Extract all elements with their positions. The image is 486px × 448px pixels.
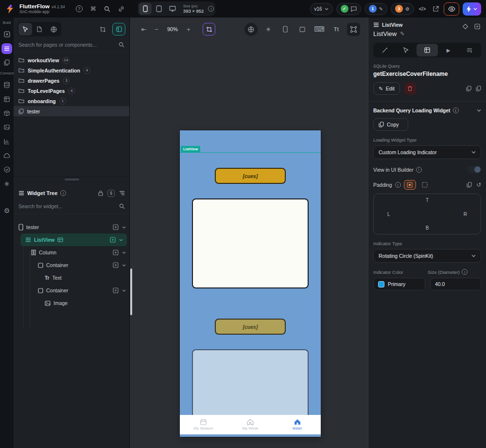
transform-tool-icon[interactable]	[347, 23, 360, 36]
indicator-color-picker[interactable]: Primary	[373, 278, 425, 290]
tree-node-listview[interactable]: ListView	[20, 233, 127, 246]
cues-button-gold[interactable]: [cues]	[215, 168, 286, 184]
tree-node-tester[interactable]: tester	[14, 221, 130, 233]
zoom-in-button[interactable]: +	[182, 23, 195, 36]
chevron-down-icon[interactable]	[122, 289, 126, 292]
tab-actions[interactable]	[374, 44, 396, 56]
add-widget-icon[interactable]	[113, 287, 119, 293]
design-canvas[interactable]: ⇤ − 90% + ☀ ⌨ Tt ListView [cues] [cues]	[130, 18, 368, 448]
padding-right-field[interactable]: R	[464, 212, 467, 217]
cues-button-olive[interactable]: [cues]	[215, 319, 286, 335]
share-link-icon[interactable]	[117, 3, 126, 14]
folder-row[interactable]: SimpleAuthentication 4	[14, 65, 129, 75]
pages-search-input[interactable]	[18, 42, 119, 48]
indicator-type-dropdown[interactable]: Rotating Circle (SpinKit)	[373, 249, 481, 263]
fit-frame-button[interactable]	[203, 23, 215, 36]
run-app-button[interactable]	[463, 2, 481, 16]
reset-padding-icon[interactable]: ↺	[476, 181, 481, 188]
open-external-icon[interactable]	[431, 3, 440, 14]
add-widget-icon[interactable]	[113, 262, 119, 268]
chevron-down-icon[interactable]	[119, 239, 123, 241]
zoom-level[interactable]: 90%	[165, 26, 180, 32]
tests-check-icon[interactable]	[0, 162, 13, 177]
rename-widget-icon[interactable]: ✎	[400, 31, 404, 37]
lock-icon[interactable]	[98, 190, 103, 196]
padding-individual-button[interactable]	[419, 180, 431, 190]
light-mode-icon[interactable]: ☀	[262, 23, 275, 36]
locale-globe-icon[interactable]	[244, 23, 258, 36]
issues-pill[interactable]: 3 ⚙	[391, 3, 414, 15]
select-mode-button[interactable]	[18, 23, 32, 36]
device-tablet-button[interactable]	[153, 3, 165, 15]
drag-handle[interactable]	[65, 179, 79, 180]
widget-tree-view-button[interactable]	[112, 23, 125, 36]
database-icon[interactable]	[0, 78, 13, 92]
copy-query-icon[interactable]	[466, 86, 471, 91]
copy-padding-icon[interactable]	[467, 182, 472, 188]
padding-bottom-field[interactable]: B	[426, 225, 429, 231]
settings-icon[interactable]: ⚙	[0, 203, 13, 217]
zoom-out-button[interactable]: −	[150, 23, 163, 36]
padding-left-field[interactable]: L	[387, 212, 390, 217]
chevron-down-icon[interactable]	[122, 264, 126, 267]
activity-pill[interactable]: 1 ✎	[364, 3, 387, 15]
storage-icon[interactable]	[0, 106, 13, 120]
search-icon[interactable]	[103, 3, 112, 14]
section-info-icon[interactable]: i	[453, 108, 459, 113]
version-selector[interactable]: v16	[310, 3, 333, 15]
padding-all-sides-button[interactable]	[404, 180, 416, 190]
tab-animations[interactable]: ▶	[438, 44, 459, 56]
add-widget-icon[interactable]	[0, 27, 13, 41]
size-info-icon[interactable]: i	[462, 269, 468, 275]
view-in-ui-builder-toggle[interactable]	[468, 166, 481, 173]
tree-node-container-2[interactable]: Container	[14, 284, 130, 297]
tree-node-text[interactable]: Tr Text	[14, 271, 130, 284]
keyboard-icon[interactable]: ⌨	[313, 23, 326, 36]
tab-backend-query[interactable]	[459, 44, 480, 56]
padding-info-icon[interactable]: i	[395, 182, 401, 188]
add-widget-icon[interactable]	[113, 224, 119, 230]
checks-status-pill[interactable]: ✓	[336, 3, 361, 15]
folder-row[interactable]: workoutView 14	[14, 55, 129, 65]
widgets-mode-button[interactable]	[47, 23, 60, 36]
pages-mode-button[interactable]	[33, 23, 46, 36]
size-diameter-input[interactable]	[430, 278, 481, 290]
page-selector-icon[interactable]	[1, 43, 12, 54]
canvas-scrollbar[interactable]	[130, 269, 132, 315]
split-view-button[interactable]	[96, 23, 109, 36]
padding-top-field[interactable]: T	[426, 197, 429, 203]
help-icon[interactable]: ?	[74, 3, 84, 14]
folder-row[interactable]: drawerPages 3	[14, 75, 129, 86]
nav-item-tester[interactable]: tester	[274, 415, 321, 434]
delete-query-button[interactable]	[404, 82, 417, 95]
device-desktop-button[interactable]	[166, 3, 179, 15]
view-code-icon[interactable]: </>	[417, 3, 427, 14]
components-icon[interactable]	[0, 55, 13, 70]
command-palette-icon[interactable]: ⌘	[88, 3, 98, 14]
nav-item-my-week[interactable]: My Week	[227, 415, 274, 434]
tree-node-image[interactable]: Image	[14, 297, 130, 309]
widget-palette-icon[interactable]	[462, 23, 469, 30]
add-widget-icon[interactable]	[110, 237, 116, 243]
filter-icon[interactable]	[119, 191, 125, 196]
tab-interactions[interactable]	[396, 44, 417, 56]
paywall-icon[interactable]: $	[107, 190, 115, 197]
exercise-image-card[interactable]	[192, 198, 309, 288]
chevron-down-icon[interactable]	[122, 226, 126, 229]
analytics-icon[interactable]	[0, 134, 13, 148]
nav-item-my-season[interactable]: My Season	[180, 415, 227, 434]
collapse-panel-icon[interactable]: ⇤	[138, 23, 150, 36]
cloud-functions-icon[interactable]	[0, 148, 13, 162]
chevron-down-icon[interactable]	[122, 251, 126, 254]
add-widget-icon[interactable]	[113, 250, 119, 255]
loading-widget-type-dropdown[interactable]: Custom Loading Indicator	[373, 145, 481, 159]
folder-row[interactable]: onboarding 1	[14, 96, 129, 106]
widget-search-input[interactable]	[18, 203, 119, 209]
toggle-info-icon[interactable]: i	[416, 167, 422, 173]
widget-tree-info-icon[interactable]: i	[60, 190, 66, 196]
device-phone-button[interactable]	[139, 3, 152, 15]
tree-node-container-1[interactable]: Container	[14, 259, 130, 271]
paste-query-icon[interactable]	[476, 86, 481, 91]
edit-query-button[interactable]: ✎ Edit	[373, 82, 400, 95]
folder-row[interactable]: TopLevelPages 4	[14, 86, 129, 96]
